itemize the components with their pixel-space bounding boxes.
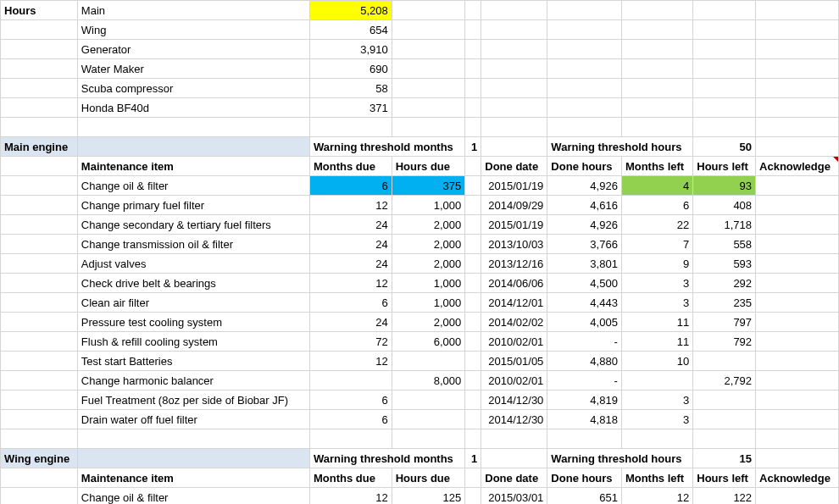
warn-hours-val[interactable]: 50	[693, 137, 756, 157]
section-title[interactable]: Wing engine	[1, 449, 78, 468]
warn-hours-label[interactable]: Warning threshold hours	[547, 449, 693, 468]
table-row: Change transmission oil & filter242,0002…	[1, 235, 839, 254]
col-months-due[interactable]: Months due	[309, 157, 392, 176]
equip-name[interactable]: Main	[77, 1, 309, 20]
hours-row: Wing 654	[1, 20, 839, 40]
equip-name[interactable]: Honda BF40d	[77, 98, 309, 118]
hours-row: Water Maker 690	[1, 59, 839, 79]
hours-due[interactable]: 375	[392, 176, 465, 196]
table-row: Drain water off fuel filter62014/12/304,…	[1, 410, 839, 429]
months-left[interactable]: 4	[621, 176, 692, 196]
table-row: Change harmonic balancer8,0002010/02/01-…	[1, 371, 839, 390]
col-maint-item[interactable]: Maintenance item	[77, 157, 309, 176]
equip-hours[interactable]: 371	[309, 98, 392, 118]
table-row: Test start Batteries122015/01/054,88010	[1, 352, 839, 371]
equip-hours[interactable]: 3,910	[309, 40, 392, 59]
table-row: Check drive belt & bearings121,0002014/0…	[1, 274, 839, 293]
table-row: Change oil & filter 6 375 2015/01/19 4,9…	[1, 176, 839, 196]
col-done-date[interactable]: Done date	[481, 157, 547, 176]
table-row: Flush & refill cooling system726,0002010…	[1, 332, 839, 352]
column-header-row: Maintenance item Months due Hours due Do…	[1, 157, 839, 176]
column-header-row: Maintenance item Months due Hours due Do…	[1, 468, 839, 488]
table-row: Fuel Treatment (8oz per side of Biobar J…	[1, 390, 839, 410]
warn-hours-label[interactable]: Warning threshold hours	[547, 137, 693, 157]
done-hours[interactable]: 4,926	[547, 176, 622, 196]
equip-hours[interactable]: 5,208	[309, 1, 392, 20]
warn-months-val[interactable]: 1	[465, 137, 481, 157]
col-hours-due[interactable]: Hours due	[392, 157, 465, 176]
hours-row: Honda BF40d 371	[1, 98, 839, 118]
table-row: Change primary fuel filter121,0002014/09…	[1, 196, 839, 215]
equip-name[interactable]: Generator	[77, 40, 309, 59]
col-acknowledge[interactable]: Acknowledge	[756, 157, 839, 176]
section-row-wing-engine: Wing engine Warning threshold months 1 W…	[1, 449, 839, 468]
spreadsheet-grid[interactable]: Hours Main 5,208 Wing 654 Generator 3,91…	[0, 0, 839, 504]
hours-left[interactable]: 93	[693, 176, 756, 196]
maint-item[interactable]: Change oil & filter	[77, 176, 309, 196]
warn-months-label[interactable]: Warning threshold months	[309, 449, 464, 468]
equip-name[interactable]: Scuba compressor	[77, 79, 309, 98]
warn-months-label[interactable]: Warning threshold months	[309, 137, 464, 157]
done-date[interactable]: 2015/01/19	[481, 176, 547, 196]
table-row: Adjust valves242,0002013/12/163,8019593	[1, 254, 839, 274]
hours-label[interactable]: Hours	[1, 1, 78, 20]
hours-row: Hours Main 5,208	[1, 1, 839, 20]
col-months-left[interactable]: Months left	[621, 157, 692, 176]
equip-hours[interactable]: 690	[309, 59, 392, 79]
warn-hours-val[interactable]: 15	[693, 449, 756, 468]
table-row: Change secondary & tertiary fuel filters…	[1, 215, 839, 235]
section-title[interactable]: Main engine	[1, 137, 78, 157]
equip-name[interactable]: Water Maker	[77, 59, 309, 79]
section-row-main-engine: Main engine Warning threshold months 1 W…	[1, 137, 839, 157]
col-hours-left[interactable]: Hours left	[693, 157, 756, 176]
table-row: Change oil & filter121252015/03/01651121…	[1, 488, 839, 505]
equip-hours[interactable]: 58	[309, 79, 392, 98]
col-done-hours[interactable]: Done hours	[547, 157, 622, 176]
warn-months-val[interactable]: 1	[465, 449, 481, 468]
equip-hours[interactable]: 654	[309, 20, 392, 40]
table-row: Pressure test cooling system242,0002014/…	[1, 313, 839, 332]
hours-row: Scuba compressor 58	[1, 79, 839, 98]
table-row: Clean air filter61,0002014/12/014,443323…	[1, 293, 839, 313]
months-due[interactable]: 6	[309, 176, 392, 196]
equip-name[interactable]: Wing	[77, 20, 309, 40]
hours-row: Generator 3,910	[1, 40, 839, 59]
